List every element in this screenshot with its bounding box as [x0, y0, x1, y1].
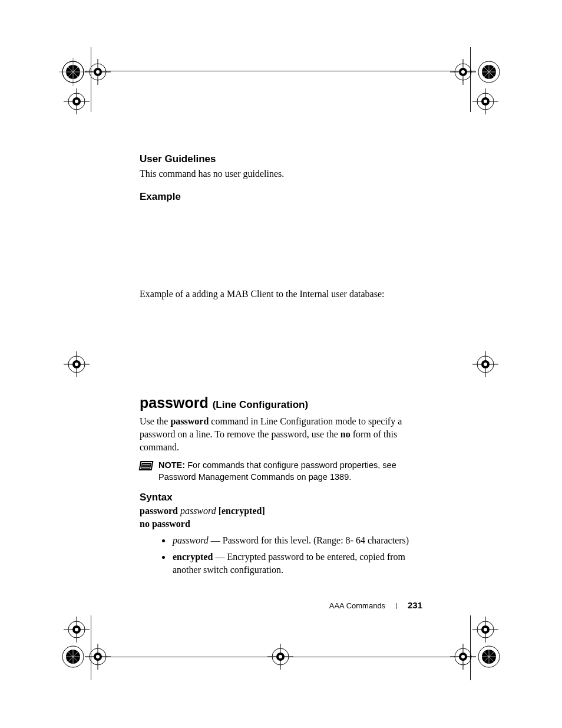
content-area: User Guidelines This command has no user…	[140, 153, 422, 581]
section-use-paragraph: Use the password command in Line Configu…	[140, 415, 422, 454]
crop-target-tr-3	[471, 87, 500, 116]
svg-point-49	[75, 628, 78, 631]
note-icon	[139, 461, 154, 470]
footer-page-number: 231	[408, 600, 422, 610]
crop-line-bottom	[85, 657, 476, 657]
use-pre: Use the	[140, 416, 170, 426]
svg-line-55	[68, 651, 78, 662]
footer-section: AAA Commands	[329, 601, 385, 610]
svg-line-54	[68, 651, 78, 662]
svg-point-33	[481, 97, 490, 106]
note-label: NOTE:	[158, 460, 185, 470]
param-item: password — Password for this level. (Ran…	[171, 534, 422, 547]
svg-line-80	[484, 651, 494, 662]
crop-target-tl-2	[84, 58, 112, 86]
crop-target-mr	[471, 350, 500, 378]
param-term: encrypted	[173, 552, 213, 562]
crop-target-tl-1	[59, 58, 87, 86]
syntax-line-2: no password	[140, 519, 422, 529]
param-term: password	[173, 535, 209, 545]
svg-point-69	[481, 625, 490, 634]
svg-point-66	[477, 621, 494, 638]
svg-point-50	[62, 646, 84, 667]
crop-target-bl-2	[59, 643, 87, 671]
svg-point-14	[68, 93, 85, 110]
heading-user-guidelines: User Guidelines	[140, 153, 422, 165]
svg-line-81	[484, 651, 494, 662]
svg-point-22	[459, 68, 467, 76]
crop-vline-tl	[91, 47, 91, 112]
svg-point-24	[478, 61, 500, 83]
svg-line-8	[68, 67, 78, 77]
page: User Guidelines This command has no user…	[0, 0, 562, 728]
svg-point-70	[484, 628, 487, 631]
note-block: NOTE: For commands that configure passwo…	[140, 460, 422, 483]
heading-syntax: Syntax	[140, 492, 422, 503]
crop-line-top	[85, 71, 476, 71]
param-list: password — Password for this level. (Ran…	[140, 534, 422, 577]
svg-line-7	[68, 67, 78, 77]
crop-target-tr-1	[449, 58, 477, 86]
svg-point-40	[477, 356, 494, 373]
use-no: no	[340, 429, 351, 439]
svg-point-43	[481, 360, 490, 368]
syntax-line-1: password password [encrypted]	[140, 506, 422, 516]
svg-point-17	[72, 97, 81, 106]
svg-point-1	[62, 61, 84, 83]
crop-vline-tr	[470, 47, 471, 112]
crop-vline-br	[470, 615, 471, 680]
note-body: For commands that configure password pro…	[158, 460, 396, 482]
syntax-opt: [encrypted]	[219, 506, 265, 516]
heading-example: Example	[140, 191, 422, 203]
svg-point-35	[68, 356, 85, 373]
crop-target-br-3	[475, 643, 503, 671]
svg-point-19	[455, 64, 471, 80]
svg-point-4	[66, 65, 80, 79]
section-title-password: password (Line Configuration)	[140, 394, 422, 411]
svg-point-12	[94, 68, 102, 76]
syntax-arg: password	[180, 506, 216, 516]
crop-vline-bl	[91, 615, 91, 680]
use-cmd: password	[170, 416, 209, 426]
note-text: NOTE: For commands that configure passwo…	[158, 460, 422, 483]
svg-point-38	[72, 360, 81, 368]
text-example-intro: Example of a adding a MAB Client to the …	[140, 288, 422, 301]
svg-point-25	[482, 65, 496, 79]
svg-point-0	[62, 61, 84, 83]
svg-point-30	[477, 93, 494, 110]
svg-point-45	[68, 621, 85, 638]
param-item: encrypted — Encrypted password to be ent…	[171, 551, 422, 577]
page-footer: AAA Commands | 231	[140, 600, 422, 611]
section-title-text: password	[140, 394, 209, 411]
crop-target-bl-1	[62, 615, 91, 644]
crop-target-br-1	[471, 615, 500, 644]
svg-line-29	[484, 67, 494, 77]
svg-point-77	[482, 650, 496, 664]
footer-separator: |	[396, 602, 398, 609]
svg-point-48	[72, 625, 81, 634]
syntax-cmd: password	[140, 506, 178, 516]
svg-point-44	[484, 363, 487, 366]
svg-point-51	[66, 650, 80, 664]
crop-target-tr-2	[475, 58, 503, 86]
svg-point-39	[75, 363, 78, 366]
svg-point-34	[484, 100, 487, 103]
crop-target-ml	[62, 350, 91, 378]
example-placeholder	[140, 205, 422, 288]
crop-target-tl-3	[62, 87, 91, 116]
svg-line-28	[484, 67, 494, 77]
param-desc: — Password for this level. (Range: 8- 64…	[209, 535, 409, 545]
svg-point-18	[75, 100, 78, 103]
section-subtitle: (Line Configuration)	[213, 399, 308, 410]
svg-point-9	[90, 64, 106, 80]
text-no-guidelines: This command has no user guidelines.	[140, 167, 422, 180]
svg-point-76	[478, 646, 500, 667]
